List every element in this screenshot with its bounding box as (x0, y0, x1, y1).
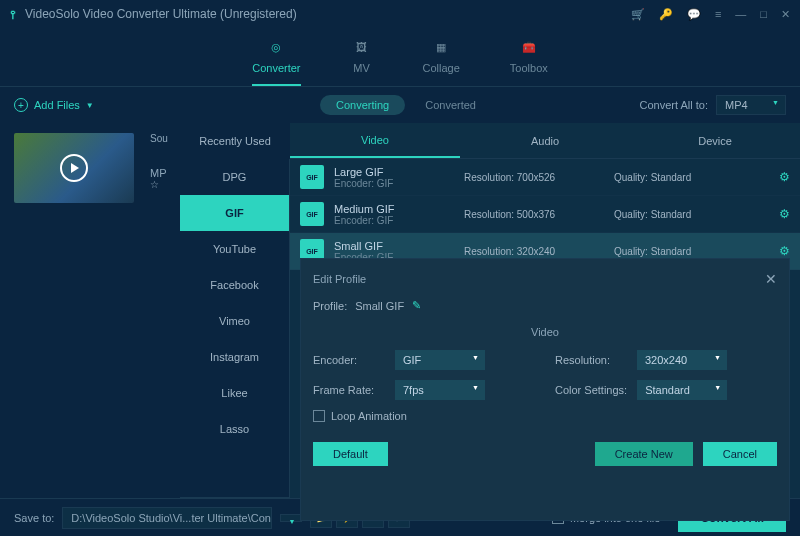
save-to-label: Save to: (14, 512, 54, 524)
cattab-audio[interactable]: Audio (460, 123, 630, 158)
cancel-button[interactable]: Cancel (703, 442, 777, 466)
close-dialog-icon[interactable]: ✕ (765, 271, 777, 287)
tab-collage[interactable]: ▦ Collage (423, 36, 460, 86)
gif-icon: GIF (300, 165, 324, 189)
convert-all-label: Convert All to: (640, 99, 708, 111)
default-button[interactable]: Default (313, 442, 388, 466)
subtab-converted[interactable]: Converted (409, 95, 492, 115)
gear-icon[interactable]: ⚙ (779, 207, 790, 221)
format-instagram[interactable]: Instagram (180, 339, 289, 375)
cattab-device[interactable]: Device (630, 123, 800, 158)
cattab-recent[interactable]: Recently Used (180, 123, 290, 159)
dialog-title: Edit Profile (313, 273, 366, 285)
plus-icon: + (14, 98, 28, 112)
colorsettings-select[interactable]: Standard (637, 380, 727, 400)
gear-icon[interactable]: ⚙ (779, 170, 790, 184)
resolution-select[interactable]: 320x240 (637, 350, 727, 370)
profile-name: Small GIF (355, 300, 404, 312)
cart-icon[interactable]: 🛒 (631, 8, 645, 21)
play-icon (60, 154, 88, 182)
convert-all-select[interactable]: MP4 (716, 95, 786, 115)
toolbox-icon: 🧰 (518, 36, 540, 58)
format-gif[interactable]: GIF (180, 195, 289, 231)
app-logo: ⫯ (10, 7, 17, 22)
source-label: Sou (150, 133, 168, 144)
mp-label: MP☆ (150, 167, 167, 190)
checkbox-icon (313, 410, 325, 422)
gear-icon[interactable]: ⚙ (779, 244, 790, 258)
format-lasso[interactable]: Lasso (180, 411, 289, 447)
format-vimeo[interactable]: Vimeo (180, 303, 289, 339)
edit-profile-dialog: Edit Profile ✕ Profile: Small GIF ✎ Vide… (300, 258, 790, 521)
chevron-down-icon: ▼ (86, 101, 94, 110)
loop-animation-checkbox[interactable]: Loop Animation (313, 410, 777, 422)
format-likee[interactable]: Likee (180, 375, 289, 411)
gif-icon: GIF (300, 202, 324, 226)
tab-converter[interactable]: ◎ Converter (252, 36, 300, 86)
format-youtube[interactable]: YouTube (180, 231, 289, 267)
key-icon[interactable]: 🔑 (659, 8, 673, 21)
create-new-button[interactable]: Create New (595, 442, 693, 466)
framerate-select[interactable]: 7fps (395, 380, 485, 400)
maximize-icon[interactable]: □ (760, 8, 767, 21)
collage-icon: ▦ (430, 36, 452, 58)
converter-icon: ◎ (265, 36, 287, 58)
minimize-icon[interactable]: — (735, 8, 746, 21)
video-thumbnail[interactable] (14, 133, 134, 203)
feedback-icon[interactable]: 💬 (687, 8, 701, 21)
edit-name-icon[interactable]: ✎ (412, 299, 421, 312)
preset-item[interactable]: GIF Medium GIFEncoder: GIF Resolution: 5… (290, 196, 800, 233)
encoder-select[interactable]: GIF (395, 350, 485, 370)
format-dpg[interactable]: DPG (180, 159, 289, 195)
format-facebook[interactable]: Facebook (180, 267, 289, 303)
close-icon[interactable]: ✕ (781, 8, 790, 21)
video-section-label: Video (313, 326, 777, 338)
preset-item[interactable]: GIF Large GIFEncoder: GIF Resolution: 70… (290, 159, 800, 196)
app-title: VideoSolo Video Converter Ultimate (Unre… (25, 7, 297, 21)
tab-toolbox[interactable]: 🧰 Toolbox (510, 36, 548, 86)
mv-icon: 🖼 (351, 36, 373, 58)
menu-icon[interactable]: ≡ (715, 8, 721, 21)
save-path-field[interactable]: D:\VideoSolo Studio\Vi...ter Ultimate\Co… (62, 507, 272, 529)
cattab-video[interactable]: Video (290, 123, 460, 158)
tab-mv[interactable]: 🖼 MV (351, 36, 373, 86)
add-files-button[interactable]: + Add Files ▼ (14, 98, 94, 112)
subtab-converting[interactable]: Converting (320, 95, 405, 115)
